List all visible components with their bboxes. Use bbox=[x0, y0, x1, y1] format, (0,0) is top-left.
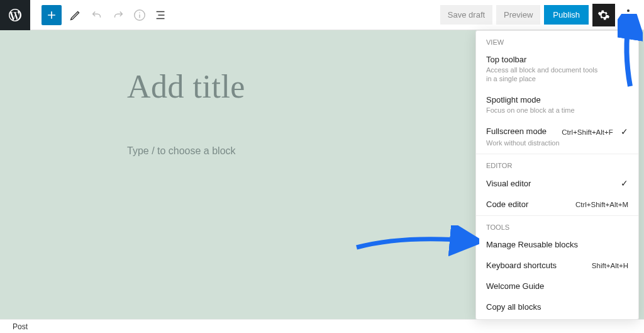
block-placeholder[interactable]: Type / to choose a block bbox=[127, 145, 501, 157]
footer-breadcrumb: Post bbox=[0, 319, 644, 333]
menu-item-shortcut: Ctrl+Shift+Alt+F bbox=[562, 128, 613, 136]
top-toolbar: Save draft Preview Publish bbox=[0, 0, 644, 30]
kebab-icon bbox=[627, 9, 630, 21]
menu-item-label: Keyboard shortcuts bbox=[486, 261, 557, 270]
info-icon bbox=[133, 8, 147, 22]
menu-item-desc: Access all block and document tools in a… bbox=[486, 65, 628, 84]
title-input[interactable]: Add title bbox=[127, 68, 517, 105]
undo-icon bbox=[90, 8, 104, 22]
wp-logo[interactable] bbox=[0, 0, 30, 30]
publish-button[interactable]: Publish bbox=[544, 5, 589, 25]
info-button[interactable] bbox=[132, 8, 147, 23]
menu-item-label: Manage Reusable blocks bbox=[486, 240, 578, 249]
editor-content: Add title Type / to choose a block bbox=[127, 68, 517, 159]
add-block-button[interactable] bbox=[42, 5, 62, 25]
menu-item-desc: Focus on one block at a time bbox=[486, 106, 628, 115]
pencil-icon bbox=[69, 8, 82, 22]
menu-item-label: Code editor bbox=[486, 200, 528, 209]
menu-item-keyboard-shortcuts[interactable]: Keyboard shortcuts Shift+Alt+H bbox=[476, 256, 638, 276]
menu-item-label: Visual editor bbox=[486, 179, 531, 188]
menu-item-label: Top toolbar bbox=[486, 55, 526, 64]
menu-item-label: Welcome Guide bbox=[486, 281, 544, 291]
plus-icon bbox=[45, 9, 58, 21]
menu-item-top-toolbar[interactable]: Top toolbar Access all block and documen… bbox=[476, 50, 638, 90]
svg-point-3 bbox=[627, 9, 630, 12]
menu-item-reusable-blocks[interactable]: Manage Reusable blocks bbox=[476, 235, 638, 256]
gear-icon bbox=[597, 9, 610, 21]
save-draft-button[interactable]: Save draft bbox=[440, 5, 492, 25]
more-options-button[interactable] bbox=[619, 4, 638, 26]
menu-section-view: VIEW bbox=[476, 31, 638, 50]
undo-button[interactable] bbox=[89, 8, 104, 23]
svg-point-5 bbox=[627, 18, 630, 21]
breadcrumb-text[interactable]: Post bbox=[13, 322, 28, 331]
menu-item-label: Spotlight mode bbox=[486, 95, 541, 104]
settings-button[interactable] bbox=[592, 4, 615, 26]
block-row: Type / to choose a block bbox=[127, 143, 517, 159]
svg-point-4 bbox=[627, 14, 630, 16]
menu-item-code-editor[interactable]: Code editor Ctrl+Shift+Alt+M bbox=[476, 195, 638, 215]
menu-item-desc: Work without distraction bbox=[486, 138, 628, 147]
redo-icon bbox=[111, 8, 125, 22]
preview-button[interactable]: Preview bbox=[496, 5, 540, 25]
edit-mode-button[interactable] bbox=[68, 8, 83, 23]
options-menu: VIEW Top toolbar Access all block and do… bbox=[475, 30, 639, 320]
menu-item-spotlight[interactable]: Spotlight mode Focus on one block at a t… bbox=[476, 90, 638, 121]
outline-button[interactable] bbox=[153, 8, 169, 23]
wordpress-icon bbox=[8, 8, 23, 23]
list-icon bbox=[154, 8, 168, 22]
check-icon: ✓ bbox=[621, 178, 628, 188]
menu-item-copy-all-blocks[interactable]: Copy all blocks bbox=[476, 297, 638, 318]
menu-item-shortcut: Shift+Alt+H bbox=[592, 262, 628, 269]
toolbar-left bbox=[30, 5, 169, 25]
menu-item-visual-editor[interactable]: Visual editor ✓ bbox=[476, 173, 638, 195]
menu-item-fullscreen[interactable]: Fullscreen mode Ctrl+Shift+Alt+F ✓ Work … bbox=[476, 121, 638, 154]
menu-section-tools: TOOLS bbox=[476, 215, 638, 235]
check-icon: ✓ bbox=[616, 127, 628, 137]
toolbar-right: Save draft Preview Publish bbox=[440, 4, 644, 26]
redo-button[interactable] bbox=[111, 8, 126, 23]
menu-item-label: Fullscreen mode bbox=[486, 127, 547, 136]
menu-item-label: Copy all blocks bbox=[486, 302, 541, 312]
menu-item-welcome-guide[interactable]: Welcome Guide bbox=[476, 276, 638, 297]
svg-point-2 bbox=[140, 12, 140, 13]
menu-item-shortcut: Ctrl+Shift+Alt+M bbox=[575, 201, 628, 208]
menu-section-editor: EDITOR bbox=[476, 154, 638, 173]
menu-item-help[interactable]: Help bbox=[476, 318, 638, 320]
